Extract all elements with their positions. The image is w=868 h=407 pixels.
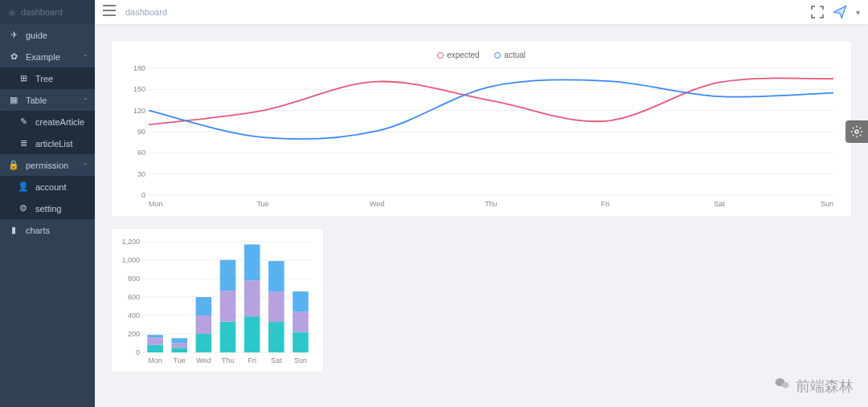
topbar: dashboard ▾	[95, 0, 868, 24]
sidebar-item-label: account	[35, 182, 67, 192]
svg-rect-41	[171, 343, 187, 348]
lock-icon: 🔒	[8, 160, 19, 170]
svg-text:Fri: Fri	[248, 356, 256, 364]
svg-rect-52	[244, 316, 260, 352]
svg-point-63	[855, 130, 858, 133]
svg-text:Wed: Wed	[196, 356, 211, 364]
svg-rect-48	[220, 322, 236, 352]
svg-text:60: 60	[137, 149, 145, 157]
wechat-icon	[773, 376, 791, 396]
sidebar-item-label: Example	[26, 52, 60, 62]
svg-text:0: 0	[136, 348, 140, 356]
sidebar-logo: ◉ dashboard	[0, 0, 95, 24]
sidebar-item-Table[interactable]: ▦Table⌃	[0, 89, 95, 111]
svg-rect-42	[171, 338, 187, 343]
svg-text:Tue: Tue	[256, 200, 268, 208]
sidebar-item-createArticle[interactable]: ✎createArticle	[0, 111, 95, 132]
sidebar-item-articleList[interactable]: ≣articleList	[0, 132, 95, 154]
svg-text:Mon: Mon	[149, 200, 163, 208]
table-icon: ▦	[8, 95, 19, 105]
svg-rect-61	[293, 311, 309, 332]
svg-text:Sun: Sun	[821, 200, 833, 208]
svg-text:400: 400	[128, 311, 140, 319]
user-menu-caret[interactable]: ▾	[856, 8, 860, 17]
svg-text:180: 180	[133, 65, 145, 72]
sidebar-item-label: createArticle	[35, 117, 84, 127]
svg-text:1,000: 1,000	[121, 256, 140, 264]
edit-icon: ✎	[18, 116, 29, 127]
svg-rect-60	[293, 332, 309, 352]
gear-icon: ⚙	[18, 203, 29, 214]
bar-chart-card: 02004006008001,0001,200MonTueWedThuFriSa…	[111, 228, 324, 372]
svg-rect-36	[147, 345, 163, 352]
svg-text:Sat: Sat	[271, 356, 282, 364]
watermark-text: 前端森林	[796, 376, 854, 396]
hamburger-icon[interactable]	[103, 5, 116, 19]
sidebar-item-label: Tree	[35, 74, 53, 83]
sidebar-item-label: permission	[26, 161, 68, 170]
sidebar-item-label: charts	[26, 226, 50, 235]
svg-rect-62	[293, 291, 309, 311]
svg-text:Sat: Sat	[714, 200, 725, 208]
svg-rect-54	[244, 244, 260, 280]
chart-icon: ▮	[8, 225, 19, 235]
svg-rect-56	[268, 322, 285, 352]
svg-rect-58	[268, 261, 285, 291]
list-icon: ≣	[18, 138, 29, 149]
sidebar-item-permission[interactable]: 🔒permission⌃	[0, 154, 95, 176]
send-icon[interactable]	[832, 5, 848, 19]
svg-point-65	[782, 382, 789, 389]
svg-text:800: 800	[128, 275, 140, 283]
line-chart: 0306090120150180MonTueWedThuFriSatSun	[125, 65, 838, 210]
logo-label: dashboard	[21, 7, 63, 17]
fullscreen-icon[interactable]	[811, 6, 824, 18]
dashboard-icon: ◉	[8, 7, 16, 18]
svg-text:90: 90	[137, 128, 145, 136]
line-chart-legend: expected actual	[125, 51, 838, 60]
svg-text:Wed: Wed	[370, 200, 384, 208]
tool-icon: ✿	[8, 51, 19, 62]
svg-rect-45	[196, 315, 212, 334]
svg-text:200: 200	[128, 330, 140, 338]
legend-expected[interactable]: expected	[437, 51, 480, 59]
watermark: 前端森林	[773, 376, 854, 396]
svg-rect-49	[220, 291, 236, 321]
svg-text:Sun: Sun	[294, 356, 307, 364]
legend-actual[interactable]: actual	[494, 51, 526, 59]
sidebar-item-account[interactable]: 👤account	[0, 176, 95, 197]
user-icon: 👤	[18, 181, 29, 192]
breadcrumb: dashboard	[125, 7, 167, 17]
main-content: expected actual 0306090120150180MonTueWe…	[95, 24, 868, 407]
svg-text:Mon: Mon	[148, 356, 162, 364]
sidebar-item-charts[interactable]: ▮charts	[0, 219, 95, 241]
svg-text:0: 0	[141, 191, 145, 199]
sidebar-item-label: articleList	[35, 139, 72, 149]
svg-rect-37	[147, 338, 163, 345]
svg-text:120: 120	[133, 106, 145, 114]
bar-chart: 02004006008001,0001,200MonTueWedThuFriSa…	[118, 237, 317, 365]
plane-icon: ✈	[8, 30, 19, 40]
sidebar-item-Tree[interactable]: ⊞Tree	[0, 67, 95, 89]
sidebar-item-setting[interactable]: ⚙setting	[0, 197, 95, 219]
sidebar: ◉ dashboard ✈guide✿Example⌃⊞Tree▦Table⌃✎…	[0, 0, 95, 407]
svg-text:Fri: Fri	[601, 200, 610, 208]
svg-text:Thu: Thu	[222, 356, 235, 364]
sidebar-item-Example[interactable]: ✿Example⌃	[0, 46, 95, 67]
svg-text:1,200: 1,200	[121, 238, 140, 246]
svg-rect-40	[171, 348, 187, 352]
svg-text:30: 30	[137, 169, 145, 177]
chevron-icon: ⌃	[83, 96, 88, 104]
svg-rect-44	[196, 334, 212, 352]
tree-icon: ⊞	[18, 73, 29, 83]
legend-label-expected: expected	[447, 51, 480, 59]
svg-rect-46	[196, 297, 212, 315]
legend-label-actual: actual	[504, 51, 526, 59]
svg-text:Thu: Thu	[485, 200, 497, 208]
sidebar-item-guide[interactable]: ✈guide	[0, 24, 95, 46]
sidebar-item-label: setting	[35, 204, 61, 214]
line-chart-card: expected actual 0306090120150180MonTueWe…	[111, 40, 852, 217]
settings-fab[interactable]	[845, 120, 868, 143]
svg-text:150: 150	[133, 85, 145, 93]
svg-rect-50	[220, 260, 236, 291]
sidebar-item-label: guide	[26, 31, 47, 40]
